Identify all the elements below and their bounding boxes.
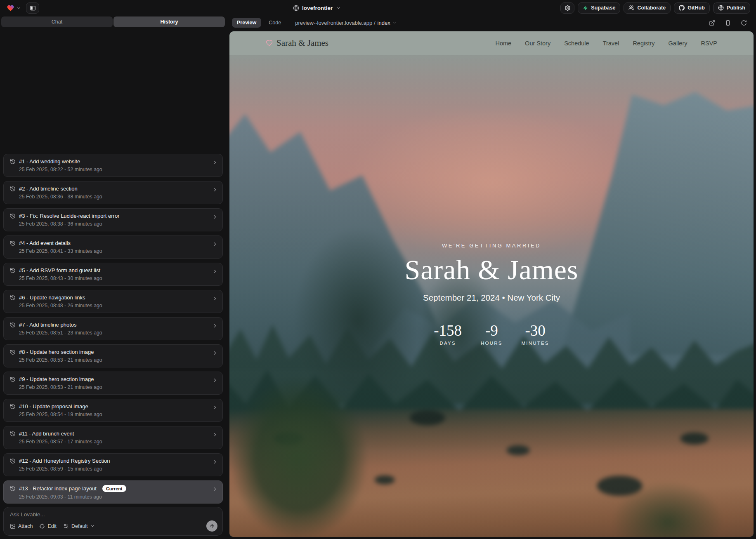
tab-chat[interactable]: Chat xyxy=(1,16,113,27)
sidebar-tabs: Chat History xyxy=(1,16,225,27)
edit-label: Edit xyxy=(47,523,57,529)
refresh-button[interactable] xyxy=(741,20,747,26)
image-icon xyxy=(10,523,16,529)
countdown-value: -30 xyxy=(522,322,549,339)
heart-outline-icon xyxy=(266,40,273,47)
mode-select[interactable]: Default xyxy=(63,523,95,529)
collaborate-button[interactable]: Collaborate xyxy=(624,2,671,14)
sidebar-toggle-button[interactable] xyxy=(26,2,39,14)
history-icon xyxy=(10,268,16,273)
history-item-meta: 25 Feb 2025, 08:22 - 52 minutes ago xyxy=(19,167,210,172)
site-nav-link[interactable]: Gallery xyxy=(669,40,687,47)
preview-url[interactable]: preview--lovefrontier.lovable.app / inde… xyxy=(295,20,396,26)
site-preview: Sarah & James HomeOur StoryScheduleTrave… xyxy=(229,31,754,537)
history-item[interactable]: #11 - Add brunch event 25 Feb 2025, 08:5… xyxy=(3,426,223,449)
site-hero: WE'RE GETTING MARRIED Sarah & James Sept… xyxy=(229,55,754,537)
history-item[interactable]: #9 - Update hero section image 25 Feb 20… xyxy=(3,372,223,395)
history-item-meta: 25 Feb 2025, 08:59 - 15 minutes ago xyxy=(19,466,210,472)
prompt-input[interactable] xyxy=(10,511,217,520)
mode-chevron-down-icon xyxy=(90,524,95,528)
publish-globe-icon xyxy=(718,5,724,11)
hero-date-location: September 21, 2024 • New York City xyxy=(229,293,754,303)
mode-label: Default xyxy=(71,523,88,529)
chevron-right-icon xyxy=(212,432,218,438)
history-item[interactable]: #5 - Add RSVP form and guest list 25 Feb… xyxy=(3,263,223,286)
site-nav-link[interactable]: Travel xyxy=(603,40,619,47)
history-item[interactable]: #13 - Refactor index page layout Current… xyxy=(3,480,223,504)
site-nav-link[interactable]: Schedule xyxy=(564,40,589,47)
history-item[interactable]: #8 - Update hero section image 25 Feb 20… xyxy=(3,344,223,367)
lovable-logo[interactable] xyxy=(6,3,15,12)
history-item[interactable]: #1 - Add wedding website 25 Feb 2025, 08… xyxy=(3,154,223,177)
hero-content: WE'RE GETTING MARRIED Sarah & James Sept… xyxy=(229,242,754,346)
history-item[interactable]: #12 - Add Honeyfund Registry Section 25 … xyxy=(3,453,223,476)
site-nav-link[interactable]: Home xyxy=(495,40,511,47)
logo-chevron-down-icon[interactable] xyxy=(17,6,21,10)
history-item-title: #1 - Add wedding website xyxy=(19,158,80,165)
project-selector[interactable]: lovefrontier xyxy=(293,0,341,16)
publish-button[interactable]: Publish xyxy=(713,2,750,14)
tab-history[interactable]: History xyxy=(113,16,225,27)
attach-label: Attach xyxy=(18,523,33,529)
history-item-title: #6 - Update navigation links xyxy=(19,294,85,301)
history-item[interactable]: #3 - Fix: Resolve Lucide-react import er… xyxy=(3,208,223,231)
history-item[interactable]: #10 - Update proposal image 25 Feb 2025,… xyxy=(3,399,223,422)
preview-url-host: preview--lovefrontier.lovable.app / xyxy=(295,20,375,26)
history-item-title: #11 - Add brunch event xyxy=(19,431,74,437)
history-item-title: #3 - Fix: Resolve Lucide-react import er… xyxy=(19,213,119,219)
chevron-right-icon xyxy=(212,377,218,383)
countdown-value: -9 xyxy=(481,322,503,339)
history-item-title: #10 - Update proposal image xyxy=(19,403,88,410)
history-item-meta: 25 Feb 2025, 08:51 - 23 minutes ago xyxy=(19,330,210,336)
history-item[interactable]: #4 - Add event details 25 Feb 2025, 08:4… xyxy=(3,235,223,259)
supabase-button[interactable]: Supabase xyxy=(578,2,620,14)
chevron-right-icon xyxy=(212,160,218,165)
history-item-title: #7 - Add timeline photos xyxy=(19,322,76,328)
github-label: GitHub xyxy=(687,5,705,11)
tab-preview[interactable]: Preview xyxy=(232,18,261,28)
chevron-right-icon xyxy=(212,486,218,492)
preview-toolbar: Preview Code preview--lovefrontier.lovab… xyxy=(226,16,756,30)
history-item-title: #2 - Add timeline section xyxy=(19,186,78,192)
refresh-icon xyxy=(741,20,747,26)
preview-pane: Preview Code preview--lovefrontier.lovab… xyxy=(226,16,756,539)
history-item[interactable]: #2 - Add timeline section 25 Feb 2025, 0… xyxy=(3,181,223,204)
open-external-button[interactable] xyxy=(709,20,715,26)
preview-url-page: index xyxy=(378,20,390,26)
site-nav-link[interactable]: Our Story xyxy=(525,40,550,47)
chevron-right-icon xyxy=(212,459,218,465)
attach-button[interactable]: Attach xyxy=(10,523,33,529)
history-item-title: #9 - Update hero section image xyxy=(19,376,94,382)
history-item-meta: 25 Feb 2025, 09:03 - 11 minutes ago xyxy=(19,494,210,500)
send-button[interactable] xyxy=(206,520,217,532)
supabase-label: Supabase xyxy=(591,5,615,11)
sidebar: Chat History #1 - Add wedding website 25… xyxy=(0,16,226,539)
smartphone-icon xyxy=(725,20,731,26)
external-link-icon xyxy=(709,20,715,26)
site-brand[interactable]: Sarah & James xyxy=(266,38,328,48)
site-nav-link[interactable]: Registry xyxy=(633,40,654,47)
chevron-right-icon xyxy=(212,214,218,220)
history-item[interactable]: #6 - Update navigation links 25 Feb 2025… xyxy=(3,290,223,313)
countdown-label: MINUTES xyxy=(522,341,549,346)
settings-button[interactable] xyxy=(560,2,574,14)
history-icon xyxy=(10,377,16,382)
edit-button[interactable]: Edit xyxy=(39,523,57,529)
countdown-value: -158 xyxy=(434,322,462,339)
hero-eyebrow: WE'RE GETTING MARRIED xyxy=(229,242,754,249)
history-item-title: #13 - Refactor index page layout xyxy=(19,485,97,492)
site-nav-link[interactable]: RSVP xyxy=(701,40,718,47)
tab-code[interactable]: Code xyxy=(264,18,286,28)
countdown-unit: -30 MINUTES xyxy=(522,322,549,346)
users-icon xyxy=(628,5,634,11)
history-item-meta: 25 Feb 2025, 08:57 - 17 minutes ago xyxy=(19,439,210,445)
countdown-label: HOURS xyxy=(481,341,503,346)
github-button[interactable]: GitHub xyxy=(674,2,710,14)
mobile-view-button[interactable] xyxy=(725,20,731,26)
history-icon xyxy=(10,295,16,301)
history-item-title: #8 - Update hero section image xyxy=(19,349,94,355)
topbar: lovefrontier Supabase Collaborate GitHub… xyxy=(0,0,756,16)
chevron-right-icon xyxy=(212,405,218,410)
gear-icon xyxy=(565,5,571,11)
history-item[interactable]: #7 - Add timeline photos 25 Feb 2025, 08… xyxy=(3,317,223,340)
